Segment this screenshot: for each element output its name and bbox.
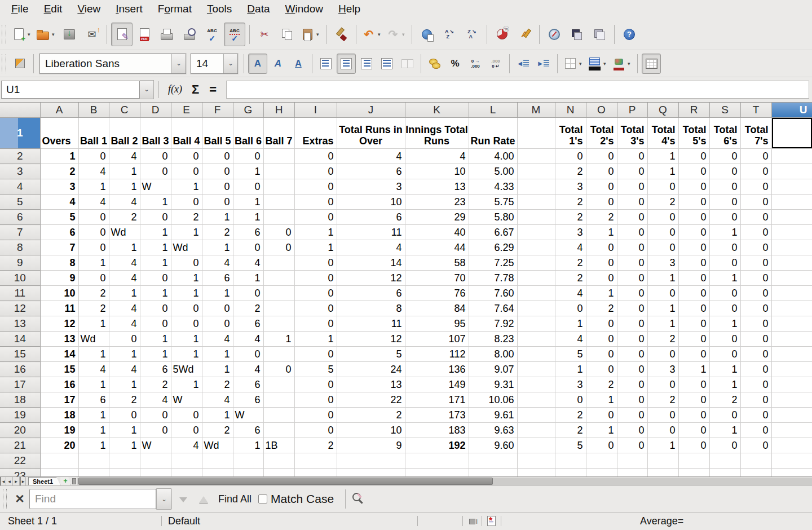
cell-M2[interactable] bbox=[517, 149, 555, 164]
cell-G21[interactable]: 1 bbox=[233, 438, 263, 453]
cell-C23[interactable] bbox=[109, 469, 140, 476]
auto-spellcheck-button[interactable] bbox=[224, 23, 245, 46]
column-header-L[interactable]: L bbox=[469, 103, 517, 118]
cell-B4[interactable]: 1 bbox=[78, 179, 109, 195]
cell-Q4[interactable]: 0 bbox=[647, 179, 678, 195]
row-header-16[interactable]: 16 bbox=[0, 362, 40, 377]
cell-R20[interactable]: 0 bbox=[678, 423, 709, 438]
column-header-B[interactable]: B bbox=[78, 103, 109, 118]
cell-O19[interactable]: 0 bbox=[586, 408, 617, 423]
menu-data[interactable]: Data bbox=[240, 2, 278, 16]
cell-I2[interactable]: 0 bbox=[294, 149, 337, 164]
cell-P22[interactable] bbox=[617, 453, 647, 469]
cell-C5[interactable]: 4 bbox=[109, 195, 140, 210]
spelling-button[interactable] bbox=[201, 23, 223, 46]
cell-K18[interactable]: 171 bbox=[405, 392, 469, 408]
cell-M3[interactable] bbox=[517, 164, 555, 179]
cell-O2[interactable]: 0 bbox=[586, 149, 617, 164]
cell-I18[interactable]: 0 bbox=[294, 392, 337, 408]
cell-J2[interactable]: 4 bbox=[337, 149, 405, 164]
cell-R8[interactable]: 0 bbox=[678, 240, 709, 255]
sheet-tab[interactable]: Sheet1 bbox=[28, 477, 60, 485]
row-header-15[interactable]: 15 bbox=[0, 347, 40, 362]
cell-J8[interactable]: 4 bbox=[337, 240, 405, 255]
cell-U9[interactable] bbox=[771, 255, 812, 271]
cell-L14[interactable]: 8.23 bbox=[469, 332, 517, 347]
cell-K3[interactable]: 10 bbox=[405, 164, 469, 179]
cell-R23[interactable] bbox=[678, 469, 709, 476]
cell-I22[interactable] bbox=[294, 453, 337, 469]
cell-M10[interactable] bbox=[517, 271, 555, 286]
row-header-5[interactable]: 5 bbox=[0, 195, 40, 210]
save-button[interactable] bbox=[59, 23, 80, 46]
cell-N2[interactable]: 0 bbox=[555, 149, 586, 164]
cell-C16[interactable]: 4 bbox=[109, 362, 140, 377]
cell-M6[interactable] bbox=[517, 210, 555, 225]
cell-Q6[interactable]: 0 bbox=[647, 210, 678, 225]
cell-L8[interactable]: 6.29 bbox=[469, 240, 517, 255]
cell-T17[interactable]: 0 bbox=[740, 377, 771, 392]
cell-R17[interactable]: 0 bbox=[678, 377, 709, 392]
dropdown-caret-icon[interactable]: ▾ bbox=[402, 32, 407, 37]
cell-M12[interactable] bbox=[517, 301, 555, 316]
cell-A7[interactable]: 6 bbox=[40, 225, 78, 240]
cell-P21[interactable]: 0 bbox=[617, 438, 647, 453]
cell-P23[interactable] bbox=[617, 469, 647, 476]
cell-F12[interactable]: 0 bbox=[202, 301, 233, 316]
increase-indent-button[interactable] bbox=[534, 54, 553, 74]
email-button[interactable] bbox=[81, 23, 103, 46]
menu-view[interactable]: View bbox=[70, 2, 109, 16]
cell-F21[interactable]: Wd bbox=[202, 438, 233, 453]
cell-M14[interactable] bbox=[517, 332, 555, 347]
cell-L9[interactable]: 7.25 bbox=[469, 255, 517, 271]
cell-I17[interactable]: 0 bbox=[294, 377, 337, 392]
cell-G10[interactable]: 1 bbox=[233, 271, 263, 286]
cell-S11[interactable]: 0 bbox=[709, 286, 740, 301]
cell-K12[interactable]: 84 bbox=[405, 301, 469, 316]
cell-F11[interactable]: 1 bbox=[202, 286, 233, 301]
cell-P14[interactable]: 0 bbox=[617, 332, 647, 347]
cell-D6[interactable]: 0 bbox=[140, 210, 171, 225]
cell-S15[interactable]: 0 bbox=[709, 347, 740, 362]
column-header-C[interactable]: C bbox=[109, 103, 140, 118]
cell-E7[interactable]: 1 bbox=[171, 225, 202, 240]
cell-P13[interactable]: 0 bbox=[617, 316, 647, 332]
column-header-I[interactable]: I bbox=[294, 103, 337, 118]
cell-G9[interactable]: 4 bbox=[233, 255, 263, 271]
cell-P15[interactable]: 0 bbox=[617, 347, 647, 362]
cell-O18[interactable]: 1 bbox=[586, 392, 617, 408]
cell-B16[interactable]: 4 bbox=[78, 362, 109, 377]
column-header-D[interactable]: D bbox=[140, 103, 171, 118]
cell-I23[interactable] bbox=[294, 469, 337, 476]
cell-D7[interactable]: 1 bbox=[140, 225, 171, 240]
cell-P19[interactable]: 0 bbox=[617, 408, 647, 423]
cell-E15[interactable]: 1 bbox=[171, 347, 202, 362]
add-decimal-button[interactable] bbox=[466, 54, 485, 74]
cell-F2[interactable]: 0 bbox=[202, 149, 233, 164]
italic-button[interactable] bbox=[268, 54, 288, 74]
column-header-E[interactable]: E bbox=[171, 103, 202, 118]
cell-R6[interactable]: 0 bbox=[678, 210, 709, 225]
cell-H21[interactable]: 1B bbox=[263, 438, 294, 453]
cell-M8[interactable] bbox=[517, 240, 555, 255]
cell-A23[interactable] bbox=[40, 469, 78, 476]
cell-E20[interactable]: 0 bbox=[171, 423, 202, 438]
cell-P6[interactable]: 0 bbox=[617, 210, 647, 225]
print-button[interactable] bbox=[156, 23, 178, 46]
cell-B22[interactable] bbox=[78, 453, 109, 469]
cell-K7[interactable]: 40 bbox=[405, 225, 469, 240]
select-all-corner[interactable] bbox=[0, 103, 40, 118]
cell-M15[interactable] bbox=[517, 347, 555, 362]
chevron-down-icon[interactable]: ⌄ bbox=[171, 54, 186, 73]
new-document-button[interactable]: ▾ bbox=[10, 23, 33, 46]
find-history-chevron-down-icon[interactable] bbox=[156, 488, 172, 510]
cell-U19[interactable] bbox=[771, 408, 812, 423]
cell-O3[interactable]: 0 bbox=[586, 164, 617, 179]
cell-D23[interactable] bbox=[140, 469, 171, 476]
cell-U8[interactable] bbox=[771, 240, 812, 255]
cell-G2[interactable]: 0 bbox=[233, 149, 263, 164]
cell-P20[interactable]: 0 bbox=[617, 423, 647, 438]
cell-S18[interactable]: 2 bbox=[709, 392, 740, 408]
cell-F18[interactable]: 4 bbox=[202, 392, 233, 408]
name-box-input[interactable] bbox=[1, 81, 140, 99]
